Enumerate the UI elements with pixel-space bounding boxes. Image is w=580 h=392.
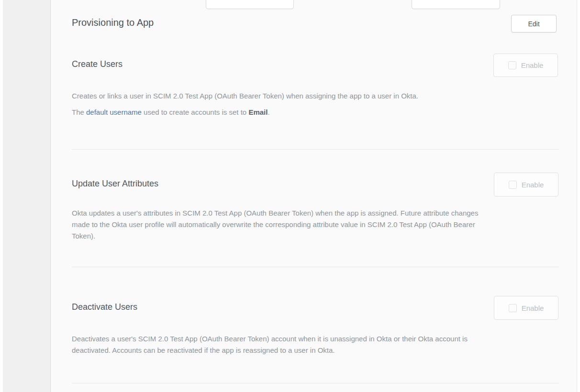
provisioning-panel: Provisioning to App Edit Create Users En… <box>51 0 577 392</box>
enable-label: Enable <box>521 61 544 69</box>
update-attrs-description-line: made to the Okta user profile will autom… <box>72 220 475 229</box>
section-title-update-user-attributes: Update User Attributes <box>72 179 158 189</box>
section-divider <box>72 267 559 267</box>
username-value: Email <box>248 108 268 116</box>
enable-checkbox-icon[interactable] <box>509 304 517 312</box>
sidebar-panel <box>3 0 51 392</box>
page-title: Provisioning to App <box>72 17 154 28</box>
section-divider <box>72 383 559 383</box>
section-title-create-users: Create Users <box>72 59 123 69</box>
deactivate-users-description-line: Deactivates a user's SCIM 2.0 Test App (… <box>72 335 468 343</box>
enable-label: Enable <box>522 181 544 189</box>
note-suffix: . <box>268 108 269 116</box>
deactivate-users-description-line: deactivated. Accounts can be reactivated… <box>72 346 335 354</box>
enable-label: Enable <box>522 304 544 312</box>
update-attrs-description-line: Token). <box>72 232 95 240</box>
section-title-deactivate-users: Deactivate Users <box>72 302 137 312</box>
edit-button[interactable]: Edit <box>511 15 557 33</box>
enable-toggle-deactivate-users[interactable]: Enable <box>494 296 558 320</box>
partial-button-right[interactable] <box>412 0 500 9</box>
page: Provisioning to App Edit Create Users En… <box>0 0 580 392</box>
note-middle: used to create accounts is set to <box>142 108 248 116</box>
note-prefix: The <box>72 108 86 116</box>
update-attrs-description-line: Okta updates a user's attributes in SCIM… <box>72 209 478 217</box>
enable-toggle-create-users[interactable]: Enable <box>493 54 558 77</box>
default-username-link[interactable]: default username <box>86 108 142 116</box>
create-users-username-note: The default username used to create acco… <box>72 108 270 116</box>
enable-toggle-update-user-attributes[interactable]: Enable <box>494 173 558 196</box>
enable-checkbox-icon[interactable] <box>509 181 517 189</box>
section-divider <box>72 149 559 150</box>
partial-button-left[interactable] <box>206 0 294 9</box>
create-users-description: Creates or links a user in SCIM 2.0 Test… <box>72 92 418 100</box>
enable-checkbox-icon[interactable] <box>508 61 516 69</box>
